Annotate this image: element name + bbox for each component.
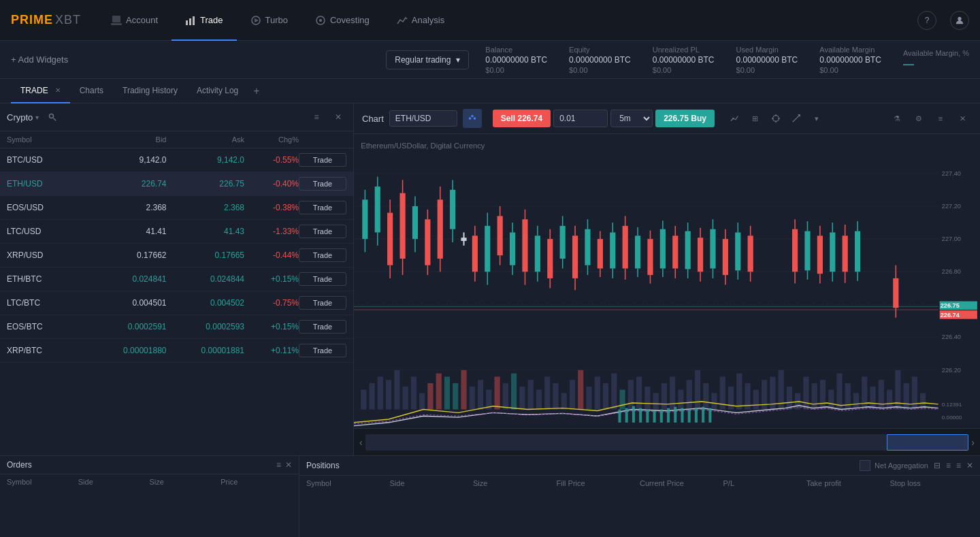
positions-filter-icon[interactable]: ⊟	[934, 461, 941, 470]
orders-title: Orders	[7, 460, 32, 470]
search-icon	[48, 113, 56, 121]
buy-button[interactable]: 226.75 Buy	[655, 110, 715, 127]
svg-rect-112	[412, 206, 418, 239]
net-aggregation-toggle[interactable]: Net Aggregation	[860, 460, 928, 471]
help-icon[interactable]: ?	[917, 11, 936, 30]
orders-col-size: Size	[150, 478, 221, 486]
symbol-ethbtc: ETH/BTC	[7, 274, 88, 284]
nav-item-turbo[interactable]: Turbo	[237, 0, 301, 41]
trade-btn-xrpusd[interactable]: Trade	[299, 248, 346, 262]
watchlist-row-btcusd[interactable]: BTC/USD 9,142.0 9,142.0 -0.55% Trade	[0, 148, 353, 172]
chart-symbol-icon[interactable]	[463, 109, 482, 128]
chart-settings-icon[interactable]: ⚙	[909, 109, 928, 128]
nav-item-analysis[interactable]: Analysis	[383, 0, 458, 41]
symbol-ltcbtc: LTC/BTC	[7, 298, 88, 308]
trading-mode-dropdown[interactable]: Regular trading ▾	[386, 50, 469, 69]
svg-rect-42	[444, 376, 450, 409]
svg-rect-57	[570, 380, 575, 409]
positions-col-stop-loss: Stop loss	[890, 479, 974, 487]
svg-rect-177	[685, 231, 691, 270]
chg-ethbtc: +0.15%	[244, 274, 299, 284]
navigator-scroll-right[interactable]: ›	[971, 437, 975, 448]
tab-trading-history[interactable]: Trading History	[113, 79, 187, 103]
chart-minimap[interactable]	[365, 434, 969, 451]
svg-rect-56	[561, 393, 567, 409]
sell-button[interactable]: Sell 226.74	[493, 110, 551, 127]
bottom-panels: Orders ≡ ✕ Symbol Side Size Price Positi…	[0, 455, 980, 537]
nav-item-trade[interactable]: Trade	[172, 0, 236, 41]
chg-xrpbtc: +0.11%	[244, 346, 299, 355]
svg-point-8	[319, 19, 322, 22]
symbol-xrpbtc: XRP/BTC	[7, 346, 88, 355]
tab-add-button[interactable]: +	[248, 85, 265, 97]
trade-btn-ltcusd[interactable]: Trade	[299, 225, 346, 238]
svg-rect-43	[453, 383, 458, 410]
svg-rect-52	[528, 380, 534, 409]
net-aggregation-checkbox[interactable]	[860, 460, 870, 471]
tab-activity-log[interactable]: Activity Log	[187, 79, 248, 103]
chart-close-icon[interactable]: ✕	[953, 109, 972, 128]
watchlist-menu-button[interactable]: ≡	[308, 109, 325, 125]
chart-grid-icon[interactable]: ⊞	[746, 109, 765, 128]
quantity-input[interactable]	[553, 110, 608, 127]
available-margin-pct-value: —	[903, 59, 969, 71]
timeframe-select[interactable]: 5m1m15m1h4h1d	[610, 110, 653, 127]
trading-mode-label: Regular trading	[395, 55, 451, 65]
navigator-scroll-left[interactable]: ‹	[359, 437, 363, 448]
svg-rect-51	[519, 387, 525, 410]
svg-rect-223	[660, 410, 663, 423]
nav-item-covesting[interactable]: Covesting	[301, 0, 383, 41]
trade-btn-xrpbtc[interactable]: Trade	[299, 344, 346, 357]
watchlist-row-eosbtc[interactable]: EOS/BTC 0.0002591 0.0002593 +0.15% Trade	[0, 315, 353, 339]
positions-list-icon[interactable]: ≡	[946, 461, 951, 470]
trade-btn-eosusd[interactable]: Trade	[299, 201, 346, 214]
svg-text:226.74: 226.74	[941, 312, 960, 319]
trade-btn-btcusd[interactable]: Trade	[299, 153, 346, 167]
svg-text:Ethereum/USDollar, Digital Cur: Ethereum/USDollar, Digital Currency	[361, 142, 485, 150]
watchlist-search-button[interactable]	[44, 109, 61, 125]
tab-charts[interactable]: Charts	[70, 79, 113, 103]
trade-btn-ltcbtc[interactable]: Trade	[299, 296, 346, 310]
crypto-selector[interactable]: Crypto ▾	[7, 112, 39, 123]
watchlist-row-ltcbtc[interactable]: LTC/BTC 0.004501 0.004502 -0.75% Trade	[0, 291, 353, 315]
tab-trade-close[interactable]: ✕	[55, 86, 61, 94]
trade-btn-ethusd[interactable]: Trade	[299, 177, 346, 191]
watchlist-row-xrpusd[interactable]: XRP/USD 0.17662 0.17665 -0.44% Trade	[0, 244, 353, 267]
svg-rect-71	[687, 380, 692, 409]
user-icon[interactable]	[950, 11, 969, 30]
ask-ltcusd: 41.43	[167, 227, 245, 236]
orders-close-icon[interactable]: ✕	[285, 460, 292, 470]
watchlist-row-eosusd[interactable]: EOS/USD 2.368 2.368 -0.38% Trade	[0, 196, 353, 220]
chart-cursor-icon[interactable]	[766, 109, 785, 128]
ask-ethbtc: 0.024844	[167, 274, 245, 284]
svg-rect-213	[893, 278, 898, 308]
positions-menu-icon[interactable]: ≡	[956, 461, 961, 470]
used-margin-btc: 0.00000000 BTC	[736, 55, 798, 65]
chart-menu-icon[interactable]: ≡	[931, 109, 950, 128]
svg-rect-207	[843, 235, 848, 272]
watchlist-row-ethusd[interactable]: ETH/USD 226.74 226.75 -0.40% Trade	[0, 172, 353, 196]
chart-indicators-icon[interactable]	[725, 109, 745, 128]
nav-item-account[interactable]: Account	[97, 0, 172, 41]
svg-rect-74	[711, 393, 717, 409]
watchlist-close-button[interactable]: ✕	[330, 109, 346, 125]
chart-draw-icon[interactable]	[787, 109, 806, 128]
tab-charts-label: Charts	[80, 86, 103, 95]
watchlist-row-ethbtc[interactable]: ETH/BTC 0.024841 0.024844 +0.15% Trade	[0, 267, 353, 291]
watchlist-row-xrpbtc[interactable]: XRP/BTC 0.00001880 0.00001881 +0.11% Tra…	[0, 339, 353, 363]
chart-draw-dropdown[interactable]: ▾	[807, 109, 826, 128]
add-widgets-button[interactable]: + Add Widgets	[11, 54, 68, 65]
tab-trade[interactable]: TRADE ✕	[11, 79, 70, 103]
positions-close-icon[interactable]: ✕	[966, 461, 973, 470]
orders-header: Orders ≡ ✕	[0, 456, 299, 474]
svg-rect-59	[586, 387, 591, 410]
analysis-icon	[397, 15, 408, 26]
trade-btn-eosbtc[interactable]: Trade	[299, 320, 346, 333]
svg-rect-201	[817, 235, 823, 274]
chart-symbol-input[interactable]	[389, 110, 457, 127]
chart-flask-icon[interactable]: ⚗	[887, 109, 906, 128]
orders-menu-icon[interactable]: ≡	[276, 460, 281, 470]
svg-rect-73	[703, 383, 708, 410]
watchlist-row-ltcusd[interactable]: LTC/USD 41.41 41.43 -1.33% Trade	[0, 220, 353, 244]
trade-btn-ethbtc[interactable]: Trade	[299, 272, 346, 286]
